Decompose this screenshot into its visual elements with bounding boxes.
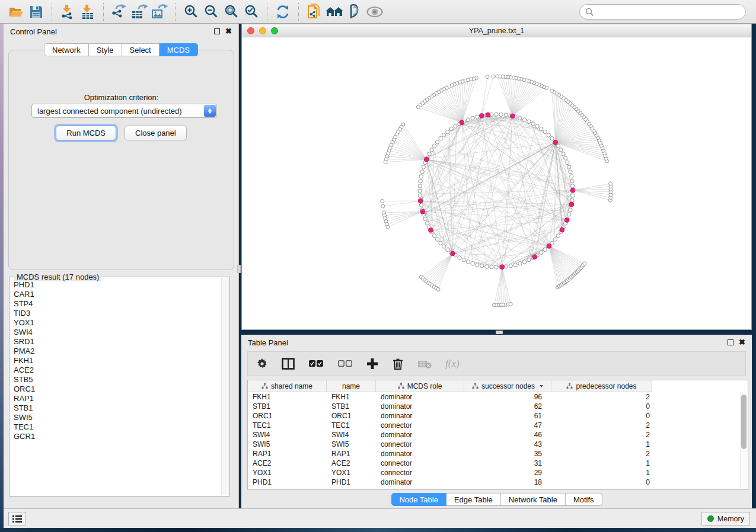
deselect-all-icon[interactable] — [337, 356, 353, 371]
table-row[interactable]: ACE2ACE2connector311 — [248, 459, 748, 468]
vertical-divider-handle[interactable] — [237, 265, 241, 273]
import-table-icon[interactable] — [78, 3, 98, 21]
column-header-MCDS-role[interactable]: MCDS role — [376, 380, 464, 392]
network-node[interactable] — [442, 133, 446, 137]
mcds-result-item[interactable]: CAR1 — [14, 290, 221, 299]
table-settings-icon[interactable] — [256, 356, 268, 371]
mcds-result-scrollbar[interactable] — [221, 278, 229, 495]
network-node[interactable] — [471, 116, 474, 120]
network-node[interactable] — [435, 238, 439, 241]
zoom-fit-icon[interactable] — [221, 3, 241, 21]
table-row[interactable]: SWI5SWI5connector431 — [248, 440, 748, 449]
network-node[interactable] — [564, 156, 567, 160]
network-node[interactable] — [569, 208, 572, 211]
network-node[interactable] — [384, 161, 387, 164]
table-row[interactable]: ORC1ORC1dominator610 — [248, 411, 748, 421]
mcds-result-item[interactable]: SRD1 — [14, 337, 221, 347]
network-node[interactable] — [439, 241, 442, 245]
network-graph[interactable] — [242, 37, 751, 330]
network-node[interactable] — [513, 263, 517, 267]
network-node[interactable] — [492, 75, 495, 78]
network-node[interactable] — [435, 140, 439, 144]
network-node[interactable] — [540, 127, 543, 130]
float-window-icon[interactable] — [728, 339, 733, 345]
network-node[interactable] — [518, 116, 522, 120]
mcds-hub-node[interactable] — [510, 114, 515, 118]
network-node[interactable] — [430, 148, 433, 152]
zoom-in-icon[interactable] — [181, 3, 201, 21]
mcds-result-item[interactable]: GCR1 — [14, 432, 221, 441]
network-node[interactable] — [550, 89, 554, 92]
mcds-result-item[interactable]: SWI5 — [14, 413, 221, 422]
zoom-selected-icon[interactable] — [241, 3, 261, 21]
open-session-icon[interactable] — [6, 3, 26, 21]
mcds-hub-node[interactable] — [500, 265, 505, 270]
network-node[interactable] — [570, 175, 573, 178]
add-icon[interactable] — [366, 356, 378, 371]
close-panel-button[interactable]: Close panel — [125, 126, 187, 140]
network-node[interactable] — [422, 165, 425, 169]
export-table-icon[interactable] — [129, 3, 149, 21]
delete-icon[interactable] — [392, 356, 404, 371]
tab-node-table[interactable]: Node Table — [391, 493, 446, 506]
network-node[interactable] — [527, 120, 531, 123]
optimization-criterion-select[interactable]: largest connected component (undirected) — [31, 104, 217, 118]
eye-icon[interactable] — [365, 3, 385, 21]
network-node[interactable] — [449, 127, 453, 130]
table-row[interactable]: SWI4SWI4dominator462 — [248, 430, 748, 440]
mcds-result-item[interactable]: FKH1 — [14, 356, 221, 366]
network-node[interactable] — [419, 175, 423, 178]
network-node[interactable] — [583, 262, 586, 265]
network-node[interactable] — [567, 165, 571, 169]
network-node[interactable] — [486, 75, 489, 79]
network-node[interactable] — [535, 124, 539, 128]
table-row[interactable]: FKH1FKH1dominator962 — [248, 392, 748, 402]
tab-network[interactable]: Network — [44, 43, 89, 56]
mcds-result-item[interactable]: PMA2 — [14, 347, 221, 356]
mcds-result-item[interactable]: TID3 — [14, 309, 221, 318]
column-menu-icon[interactable] — [540, 385, 543, 387]
network-node[interactable] — [509, 303, 512, 306]
network-node[interactable] — [425, 222, 429, 225]
network-node[interactable] — [418, 194, 422, 197]
mcds-hub-node[interactable] — [429, 228, 433, 233]
network-node[interactable] — [418, 189, 422, 193]
save-session-icon[interactable] — [26, 3, 46, 21]
network-node[interactable] — [562, 152, 565, 156]
network-node[interactable] — [419, 180, 422, 183]
delete-table-icon[interactable] — [417, 356, 432, 371]
mcds-hub-node[interactable] — [564, 218, 569, 223]
close-panel-icon[interactable]: ✖ — [225, 28, 232, 34]
mcds-hub-node[interactable] — [532, 255, 537, 259]
mcds-hub-node[interactable] — [424, 157, 429, 162]
houses-icon[interactable] — [324, 3, 344, 21]
network-node[interactable] — [569, 170, 572, 174]
network-node[interactable] — [428, 152, 431, 156]
network-node[interactable] — [476, 263, 479, 267]
column-header-shared-name[interactable]: shared name — [248, 380, 327, 392]
run-mcds-button[interactable]: Run MCDS — [56, 126, 116, 140]
network-node[interactable] — [566, 161, 569, 164]
network-node[interactable] — [556, 234, 560, 238]
mcds-result-list[interactable]: PHD1CAR1STP4TID3YOX1SWI4SRD1PMA2FKH1ACE2… — [10, 280, 221, 495]
network-node[interactable] — [381, 204, 385, 208]
mcds-hub-node[interactable] — [547, 243, 551, 248]
mcds-hub-node[interactable] — [418, 198, 423, 203]
network-node[interactable] — [570, 180, 574, 183]
maximize-window-icon[interactable] — [271, 27, 278, 34]
mcds-result-item[interactable]: STB5 — [14, 375, 221, 384]
mcds-hub-node[interactable] — [560, 227, 564, 232]
minimize-window-icon[interactable] — [259, 27, 266, 34]
close-panel-icon[interactable]: ✖ — [739, 339, 745, 345]
mcds-result-item[interactable]: YOX1 — [14, 318, 221, 328]
mcds-hub-node[interactable] — [553, 140, 558, 145]
network-canvas[interactable] — [242, 37, 751, 329]
network-node[interactable] — [466, 260, 470, 264]
search-field[interactable] — [579, 4, 746, 20]
zoom-out-icon[interactable] — [201, 3, 221, 21]
import-network-icon[interactable] — [58, 3, 78, 21]
network-node[interactable] — [480, 264, 484, 268]
mcds-hub-node[interactable] — [451, 251, 455, 256]
show-columns-icon[interactable] — [282, 356, 295, 371]
column-header-name[interactable]: name — [327, 380, 376, 392]
